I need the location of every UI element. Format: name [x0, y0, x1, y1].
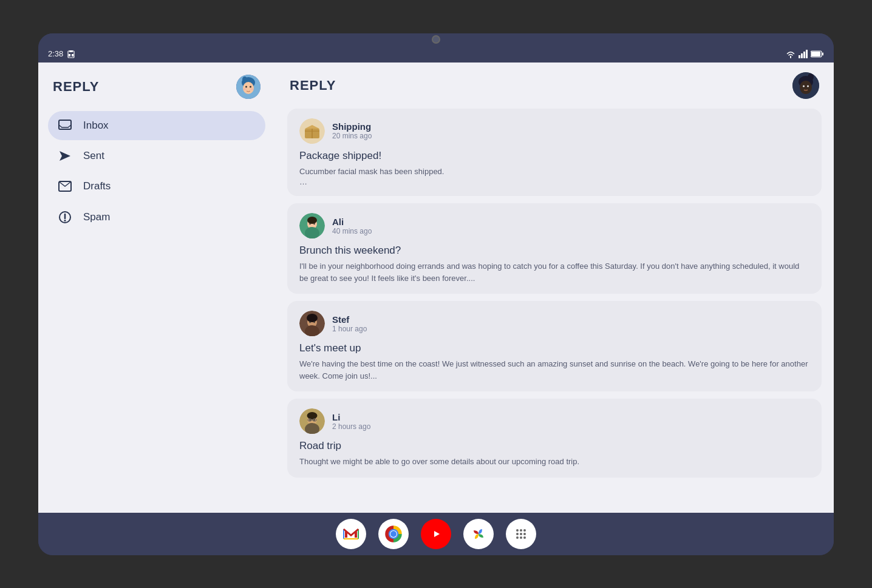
svg-point-46 [309, 322, 310, 323]
spam-icon [58, 211, 72, 224]
svg-point-52 [309, 419, 310, 421]
svg-point-72 [520, 529, 522, 532]
message-preview-ali: I'll be in your neighborhood doing erran… [299, 260, 809, 284]
svg-point-15 [245, 86, 247, 87]
sender-info-stef: Stef 1 hour ago [332, 314, 367, 333]
message-time-li: 2 hours ago [332, 422, 370, 431]
message-card-shipping[interactable]: Shipping 20 mins ago Package shipped! Cu… [287, 109, 822, 197]
drafts-icon [58, 180, 72, 192]
svg-rect-1 [69, 50, 73, 52]
message-time-ali: 40 mins ago [332, 227, 372, 235]
nav-item-sent[interactable]: Sent [48, 141, 265, 171]
svg-point-28 [808, 73, 814, 81]
svg-point-40 [309, 223, 310, 225]
message-subject-li: Road trip [299, 440, 809, 452]
drafts-label: Drafts [83, 180, 111, 192]
svg-point-53 [313, 419, 315, 421]
message-header-shipping: Shipping 20 mins ago [299, 118, 809, 144]
svg-point-74 [516, 533, 519, 535]
message-preview-stef: We're having the best time on the coast!… [299, 358, 809, 382]
sender-avatar-ali [299, 213, 325, 238]
message-card-li[interactable]: Li 2 hours ago Road trip Thought we migh… [287, 399, 822, 478]
message-subject-stef: Let's meet up [299, 342, 809, 354]
device-frame: 2:38 [38, 33, 834, 555]
signal-icon [799, 50, 808, 58]
svg-rect-2 [69, 54, 70, 56]
svg-point-51 [307, 412, 318, 419]
inbox-icon [58, 120, 72, 132]
sender-name-stef: Stef [332, 314, 367, 325]
svg-point-30 [807, 85, 809, 87]
sender-avatar-li [299, 408, 325, 434]
sender-name-shipping: Shipping [332, 121, 372, 132]
sender-name-ali: Ali [332, 217, 372, 227]
message-subject-shipping: Package shipped! [299, 150, 809, 162]
content-user-avatar[interactable] [792, 72, 819, 99]
status-left: 2:38 [48, 49, 75, 58]
svg-rect-4 [799, 55, 800, 58]
svg-point-45 [307, 314, 318, 322]
sidebar-title: REPLY [53, 79, 99, 95]
message-preview-li: Thought we might be able to go over some… [299, 456, 809, 468]
sender-name-li: Li [332, 412, 370, 422]
sidebar-user-avatar[interactable] [236, 75, 261, 99]
sent-icon [58, 150, 72, 162]
svg-point-39 [307, 217, 317, 224]
nav-item-spam[interactable]: Spam [48, 202, 265, 232]
svg-rect-5 [801, 53, 803, 58]
message-card-ali[interactable]: Ali 40 mins ago Brunch this weekend? I'l… [287, 203, 822, 294]
svg-point-24 [64, 220, 66, 221]
message-header-ali: Ali 40 mins ago [299, 213, 809, 238]
camera-dot [432, 35, 440, 44]
svg-point-79 [523, 536, 526, 539]
message-header-li: Li 2 hours ago [299, 408, 809, 434]
svg-point-18 [251, 88, 254, 90]
sender-info-li: Li 2 hours ago [332, 412, 370, 431]
svg-point-76 [523, 533, 526, 535]
content-title: REPLY [290, 78, 336, 93]
taskbar-apps[interactable] [506, 519, 536, 549]
camera-bar [38, 33, 834, 46]
message-time-shipping: 20 mins ago [332, 132, 372, 140]
taskbar-chrome[interactable] [378, 519, 409, 549]
svg-rect-9 [811, 52, 820, 56]
sender-info-shipping: Shipping 20 mins ago [332, 121, 372, 140]
content-area: REPLY [275, 63, 834, 513]
message-time-stef: 1 hour ago [332, 325, 367, 333]
svg-rect-10 [822, 52, 823, 55]
svg-point-78 [520, 536, 522, 539]
svg-point-27 [800, 81, 812, 94]
taskbar-photos[interactable] [463, 519, 494, 549]
svg-point-41 [313, 223, 315, 225]
svg-point-75 [520, 533, 522, 535]
nav-item-inbox[interactable]: Inbox [48, 111, 265, 140]
svg-rect-3 [72, 54, 73, 56]
message-ellipsis-shipping: … [299, 177, 809, 186]
message-subject-ali: Brunch this weekend? [299, 245, 809, 257]
nav-item-drafts[interactable]: Drafts [48, 172, 265, 201]
inbox-label: Inbox [83, 120, 109, 132]
sender-info-ali: Ali 40 mins ago [332, 217, 372, 235]
main-area: REPLY [38, 63, 834, 513]
svg-point-71 [516, 529, 519, 532]
status-bar: 2:38 [38, 46, 834, 63]
sidebar: REPLY [38, 63, 275, 513]
taskbar-gmail[interactable] [336, 519, 366, 549]
taskbar [38, 513, 834, 555]
message-preview-shipping: Cucumber facial mask has been shipped. [299, 166, 809, 178]
status-right [785, 50, 824, 58]
sim-icon [67, 50, 75, 58]
svg-point-65 [390, 531, 397, 537]
svg-marker-20 [60, 151, 70, 161]
message-card-stef[interactable]: Stef 1 hour ago Let's meet up We're havi… [287, 301, 822, 391]
svg-point-13 [243, 82, 254, 94]
svg-rect-7 [806, 50, 808, 58]
sidebar-header: REPLY [48, 75, 265, 99]
wifi-icon [785, 50, 796, 58]
svg-point-29 [803, 85, 805, 87]
svg-point-17 [244, 88, 247, 90]
svg-point-73 [523, 529, 526, 532]
battery-icon [811, 50, 824, 58]
spam-label: Spam [83, 211, 110, 223]
taskbar-youtube[interactable] [421, 519, 451, 549]
